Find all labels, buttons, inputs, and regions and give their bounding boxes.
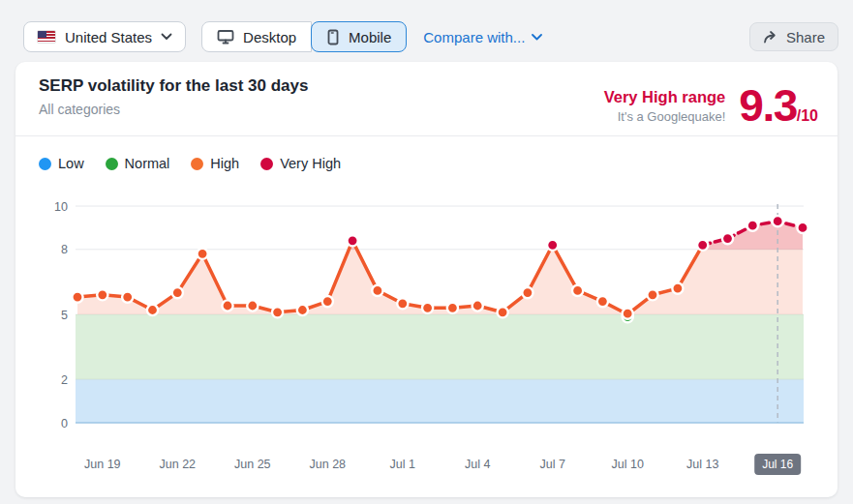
data-point[interactable]	[447, 303, 458, 313]
compare-with-label: Compare with...	[423, 29, 525, 45]
data-point[interactable]	[547, 240, 558, 251]
serp-volatility-card: SERP volatility for the last 30 days All…	[15, 62, 838, 497]
score-block: 9.3 /10	[739, 85, 818, 126]
y-axis-tick: 5	[61, 309, 68, 322]
legend-dot-icon	[191, 158, 203, 170]
y-axis-tick: 2	[61, 373, 68, 387]
data-point[interactable]	[322, 296, 333, 307]
range-note: It's a Googlequake!	[604, 109, 726, 124]
band-normal	[76, 314, 804, 379]
chart-legend: LowNormalHighVery High	[39, 156, 341, 171]
x-axis-tick: Jul 7	[539, 458, 564, 471]
x-axis-tick: Jun 25	[234, 458, 271, 471]
data-point[interactable]	[272, 307, 283, 317]
top-bar: United States Desktop Mobile Compare wit…	[23, 21, 838, 52]
legend-item-high: High	[191, 156, 239, 171]
highlight-date-label: Jul 16	[762, 458, 793, 471]
data-point[interactable]	[522, 287, 533, 298]
country-selector-label: United States	[65, 29, 152, 45]
legend-item-label: Low	[58, 156, 84, 171]
legend-dot-icon	[39, 158, 51, 170]
desktop-tab-label: Desktop	[243, 29, 296, 45]
y-axis-tick: 8	[61, 243, 68, 256]
data-point[interactable]	[722, 233, 733, 244]
data-point[interactable]	[773, 216, 783, 226]
score-value: 9.3	[739, 85, 796, 126]
volatility-chart[interactable]: 025810Jun 19Jun 22Jun 25Jun 28Jul 1Jul 4…	[15, 197, 838, 488]
card-header-right: Very High range It's a Googlequake! 9.3 …	[604, 76, 818, 135]
country-selector[interactable]: United States	[23, 21, 186, 52]
mobile-tab-label: Mobile	[349, 29, 391, 45]
data-point[interactable]	[297, 305, 308, 315]
header-divider	[15, 135, 838, 136]
device-toggle: Desktop Mobile	[201, 21, 407, 52]
share-button[interactable]: Share	[749, 22, 838, 51]
area-high-fill	[77, 222, 803, 314]
data-point[interactable]	[623, 309, 633, 319]
data-point[interactable]	[472, 300, 483, 311]
card-title: SERP volatility for the last 30 days	[39, 76, 308, 96]
data-point[interactable]	[122, 292, 133, 303]
y-axis-tick: 0	[61, 417, 68, 430]
range-block: Very High range It's a Googlequake!	[604, 88, 726, 124]
band-low	[76, 379, 804, 423]
x-axis-tick: Jul 1	[390, 458, 415, 471]
x-axis-tick: Jul 13	[686, 458, 718, 471]
data-point[interactable]	[72, 292, 82, 303]
desktop-tab[interactable]: Desktop	[201, 21, 312, 52]
compare-with-link[interactable]: Compare with...	[423, 29, 542, 45]
range-label: Very High range	[604, 88, 726, 106]
us-flag-icon	[37, 30, 56, 44]
share-arrow-icon	[763, 30, 778, 44]
legend-item-very-high: Very High	[260, 156, 341, 171]
data-point[interactable]	[397, 298, 408, 309]
data-point[interactable]	[348, 235, 358, 246]
x-axis-tick: Jun 19	[84, 458, 121, 471]
x-axis-tick: Jun 28	[310, 458, 347, 471]
card-subtitle: All categories	[39, 102, 308, 117]
legend-item-label: High	[210, 156, 239, 171]
legend-dot-icon	[260, 158, 273, 170]
data-point[interactable]	[198, 249, 208, 259]
data-point[interactable]	[172, 287, 183, 298]
mobile-tab[interactable]: Mobile	[311, 21, 407, 52]
data-point[interactable]	[147, 305, 158, 315]
legend-item-normal: Normal	[106, 156, 170, 171]
data-point[interactable]	[247, 300, 258, 311]
share-button-label: Share	[786, 29, 825, 45]
score-suffix: /10	[797, 107, 818, 127]
legend-item-low: Low	[39, 156, 84, 171]
data-point[interactable]	[597, 296, 608, 307]
data-point[interactable]	[672, 283, 683, 294]
data-point[interactable]	[97, 289, 107, 300]
legend-dot-icon	[106, 158, 118, 170]
x-axis-tick: Jun 22	[160, 458, 197, 471]
data-point[interactable]	[747, 221, 758, 231]
legend-item-label: Normal	[125, 156, 170, 171]
legend-item-label: Very High	[280, 156, 341, 171]
y-axis-tick: 10	[54, 200, 68, 214]
card-header-left: SERP volatility for the last 30 days All…	[39, 76, 308, 135]
desktop-icon	[217, 29, 234, 44]
chevron-down-icon	[161, 33, 172, 41]
data-point[interactable]	[647, 289, 657, 300]
mobile-icon	[326, 29, 340, 45]
data-point[interactable]	[222, 300, 232, 311]
data-point[interactable]	[697, 240, 708, 251]
card-header: SERP volatility for the last 30 days All…	[15, 62, 838, 135]
chevron-down-icon	[532, 34, 542, 41]
data-point[interactable]	[498, 307, 508, 317]
x-axis-tick: Jul 10	[612, 458, 644, 471]
x-axis-tick: Jul 4	[465, 458, 490, 471]
data-point[interactable]	[797, 222, 807, 233]
data-point[interactable]	[422, 303, 433, 313]
data-point[interactable]	[372, 285, 382, 296]
data-point[interactable]	[572, 285, 583, 296]
